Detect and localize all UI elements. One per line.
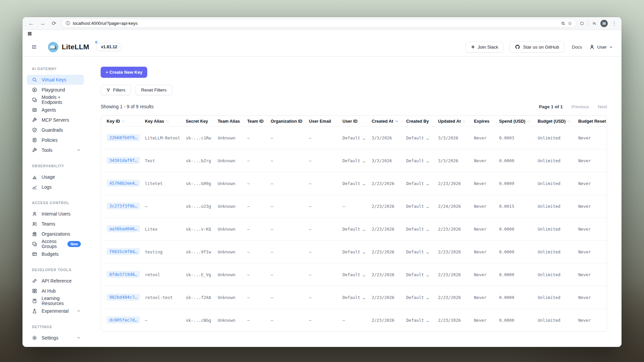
table-row: 8fde3719d8…retoolsk-...E_VgUnknown–––Def… (101, 263, 607, 286)
sort-icon[interactable]: ↑↓ (527, 119, 530, 123)
column-header-user-email[interactable]: User Email (309, 119, 342, 124)
sidebar-item-label: Usage (42, 175, 55, 180)
table-cell: sk-...bZrg (186, 158, 218, 163)
sidebar-item-api-reference[interactable]: API Reference (27, 276, 84, 286)
column-header-user-id[interactable]: User ID (342, 119, 372, 124)
sidebar-item-policies[interactable]: Policies (27, 135, 84, 145)
zoom-icon[interactable] (561, 21, 565, 25)
sidebar-item-experimental[interactable]: Experimental (27, 306, 84, 316)
bookmark-star-icon[interactable]: ☆ (568, 21, 572, 26)
table-cell: Default … (406, 295, 438, 300)
extensions-icon[interactable] (580, 21, 584, 25)
key-id-cell: 45708b2ee4… (107, 180, 145, 188)
key-id-cell: dc805fac7d… (107, 316, 145, 324)
table-cell: LiteLLM-Retool (145, 135, 186, 140)
browser-profile-avatar[interactable]: M (600, 20, 608, 27)
table-cell: – (309, 204, 342, 209)
sidebar-item-ai-hub[interactable]: AI Hub (27, 286, 84, 296)
sidebar-item-budgets[interactable]: Budgets (27, 249, 84, 259)
table-cell: – (247, 295, 271, 300)
reset-filters-button[interactable]: Reset Filters (136, 85, 172, 95)
sidebar-item-learning-resources[interactable]: Learning Resources (27, 296, 84, 306)
column-header-updated-at[interactable]: Updated At ↑↓ (438, 119, 474, 124)
sidebar-item-playground[interactable]: Playground (27, 85, 84, 95)
key-id-link[interactable]: 3c273f3f9b… (107, 202, 140, 209)
sidebar-item-virtual-keys[interactable]: Virtual Keys (27, 75, 84, 85)
table-cell: Never (474, 295, 499, 300)
column-header-key-alias[interactable]: Key Alias ↑↓ (145, 119, 186, 124)
sidebar-item-organizations[interactable]: Organizations (27, 229, 84, 239)
sidebar-item-tools[interactable]: Tools (27, 145, 84, 155)
sidebar-item-logs[interactable]: Logs (27, 182, 84, 192)
key-id-link[interactable]: dc805fac7d… (107, 316, 140, 323)
user-menu[interactable]: User (589, 44, 613, 50)
apps-grid-icon[interactable] (28, 32, 32, 36)
sort-icon[interactable] (395, 119, 398, 123)
column-header-organization-id[interactable]: Organization ID (271, 119, 309, 124)
sidebar-item-access-groups[interactable]: Access Groups New (27, 239, 84, 249)
copy-icon (32, 241, 37, 247)
site-info-icon[interactable]: ⓘ (66, 20, 70, 26)
sort-icon[interactable]: ↑↓ (166, 119, 168, 123)
sidebar-item-guardrails[interactable]: Guardrails (27, 125, 84, 135)
table-cell: 3/3/2026 (372, 158, 406, 163)
column-header-secret-key[interactable]: Secret Key (186, 119, 218, 124)
column-header-team-id[interactable]: Team ID (247, 119, 271, 124)
table-header-row: Key ID ↑↓ Key Alias ↑↓ Secret Key Team A… (101, 116, 607, 126)
results-meta-row: Showing 1 - 9 of 9 results Page 1 of 1 P… (101, 104, 607, 109)
table-cell: Never (578, 158, 607, 163)
column-header-team-alias[interactable]: Team Alias (218, 119, 247, 124)
sidebar-item-label: MCP Servers (42, 118, 69, 123)
key-id-link[interactable]: aa36bad046… (107, 225, 140, 232)
back-icon[interactable]: ← (27, 19, 35, 27)
column-header-expires[interactable]: Expires (474, 119, 499, 124)
key-id-link[interactable]: 982bd484c7… (107, 294, 140, 301)
sidebar-collapse-icon[interactable] (31, 44, 37, 50)
key-id-link[interactable]: f0835c0f8d… (107, 248, 140, 255)
sidebar-item-label: Internal Users (42, 212, 70, 217)
filters-button[interactable]: Filters (101, 85, 131, 95)
key-id-link[interactable]: 34301daf9f… (107, 157, 140, 164)
column-header-created-at[interactable]: Created At (372, 119, 406, 124)
star-github-button[interactable]: Star us on GitHub (509, 41, 564, 53)
table-cell: 3/3/2026 (438, 135, 474, 140)
address-bar[interactable]: ⓘ localhost:4000/ui/?page=api-keys ☆ (61, 19, 577, 28)
column-header-budget-reset[interactable]: Budget Reset (578, 119, 607, 124)
table-cell: – (309, 227, 342, 232)
column-header-created-by[interactable]: Created By (406, 119, 438, 124)
table-cell: Unlimited (538, 181, 578, 186)
table-cell: Default … (406, 181, 438, 186)
key-id-link[interactable]: 8fde3719d8… (107, 271, 140, 278)
sidebar-item-internal-users[interactable]: Internal Users (27, 209, 84, 219)
table-cell: Default … (342, 295, 372, 300)
key-id-link[interactable]: 45708b2ee4… (107, 180, 140, 187)
create-new-key-button[interactable]: + Create New Key (101, 67, 147, 78)
previous-page-button[interactable]: Previous (572, 104, 589, 109)
sort-icon[interactable]: ↑↓ (567, 119, 570, 123)
sort-icon[interactable]: ↑↓ (463, 119, 465, 123)
sidebar-item-teams[interactable]: Teams (27, 219, 84, 229)
sidebar-item-agents[interactable]: Agents (27, 105, 84, 115)
browser-menu-icon[interactable]: ⋮ (612, 21, 617, 26)
next-page-button[interactable]: Next (598, 104, 607, 109)
column-header-spend-usd[interactable]: Spend (USD) ↑↓ (499, 119, 538, 124)
table-cell: Never (578, 249, 607, 254)
table-cell: Unknown (218, 158, 247, 163)
sidebar-item-mcp-servers[interactable]: MCP Servers (27, 115, 84, 125)
key-id-link[interactable]: 22b68fb0f0… (107, 134, 140, 141)
forward-icon[interactable]: → (39, 19, 47, 27)
sort-icon[interactable]: ↑↓ (122, 119, 124, 123)
column-header-budget-usd[interactable]: Budget (USD) ↑↓ (538, 119, 578, 124)
sidebar-item-settings[interactable]: Settings (27, 333, 84, 343)
sidebar-item-usage[interactable]: Usage (27, 172, 84, 182)
sidebar-section-title: OBSERVABILITY (32, 164, 87, 168)
docs-link[interactable]: Docs (572, 45, 582, 50)
table-cell: – (271, 204, 309, 209)
column-header-key-id[interactable]: Key ID ↑↓ (107, 119, 145, 124)
reading-list-icon[interactable] (592, 21, 596, 25)
table-cell: Unknown (218, 227, 247, 232)
key-id-cell: f0835c0f8d… (107, 248, 145, 256)
sidebar-item-models-endpoints[interactable]: Models + Endpoints (27, 95, 84, 105)
reload-icon[interactable]: ⟳ (50, 19, 58, 27)
join-slack-button[interactable]: Join Slack (466, 42, 504, 53)
